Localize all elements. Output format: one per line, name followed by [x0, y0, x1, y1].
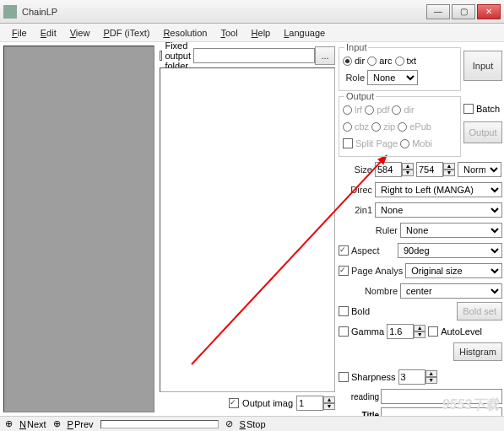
page-analys-label: Page Analys — [351, 266, 403, 276]
radio-cbz[interactable] — [343, 122, 352, 132]
minimize-button[interactable]: — — [426, 4, 450, 19]
size-w-spinner[interactable]: ▲▼ — [375, 162, 414, 177]
menubar: File Edit View PDF (iText) Resolution To… — [0, 24, 504, 42]
main-area: Fixed output folder ... Output imag ▲▼ I… — [0, 42, 504, 416]
nombre-select[interactable]: center — [400, 283, 502, 299]
menu-file[interactable]: File — [5, 26, 34, 40]
direc-label: Direc — [339, 185, 372, 195]
size-mode[interactable]: Normal — [458, 162, 501, 177]
stop-icon[interactable]: ⊘ — [225, 418, 233, 429]
next-button[interactable]: NNext — [19, 419, 46, 429]
gamma-checkbox[interactable] — [339, 326, 349, 337]
menu-resolution[interactable]: Resolution — [156, 26, 214, 40]
role-select[interactable]: None — [367, 70, 418, 85]
browse-button[interactable]: ... — [315, 46, 335, 65]
output-button[interactable]: Output — [463, 121, 502, 143]
menu-view[interactable]: View — [63, 26, 97, 40]
gamma-value[interactable] — [387, 324, 414, 339]
role-label: Role — [343, 73, 365, 83]
radio-dir[interactable] — [343, 57, 352, 66]
input-group: Input dir arc txt Role None — [339, 47, 461, 91]
input-button[interactable]: Input — [463, 51, 502, 81]
histgram-button[interactable]: Histgram — [453, 342, 502, 361]
radio-pdf[interactable] — [365, 105, 374, 115]
expand-icon[interactable]: ⊕ — [5, 418, 13, 429]
autolevel-label: AutoLevel — [441, 326, 482, 337]
menu-help[interactable]: Help — [245, 26, 278, 40]
reading1-field[interactable] — [381, 389, 502, 404]
size-h[interactable] — [416, 162, 443, 177]
2in1-label: 2in1 — [339, 205, 372, 215]
preview-pane[interactable] — [3, 46, 154, 412]
titlebar: ChainLP — ▢ ✕ — [0, 0, 504, 24]
batch-checkbox[interactable] — [463, 104, 474, 114]
split-page-checkbox[interactable] — [343, 138, 353, 148]
statusbar: ⊕ NNext ⊕ PPrev ⊘ SStop — [0, 416, 504, 431]
prev-icon[interactable]: ⊕ — [53, 418, 61, 429]
batch-label: Batch — [476, 104, 500, 114]
right-panel: Input dir arc txt Role None Input Output… — [337, 42, 504, 416]
menu-edit[interactable]: Edit — [34, 26, 63, 40]
reading1-label: reading — [339, 392, 379, 401]
center-pane: Fixed output folder ... Output imag ▲▼ — [158, 46, 337, 412]
stop-button[interactable]: SStop — [240, 419, 266, 429]
app-icon — [3, 5, 17, 19]
output-imag-label: Output imag — [242, 398, 293, 408]
radio-outdir[interactable] — [392, 105, 401, 115]
file-list[interactable] — [160, 67, 335, 392]
output-imag-value[interactable] — [296, 396, 323, 411]
page-analys-select[interactable]: Original size — [405, 263, 502, 278]
direc-select[interactable]: Right to Left (MANGA) — [375, 182, 502, 197]
menu-tool[interactable]: Tool — [214, 26, 244, 40]
aspect-select[interactable]: 90deg — [398, 243, 502, 258]
output-imag-spinner[interactable]: ▲▼ — [296, 396, 335, 411]
sharpness-value[interactable] — [398, 369, 425, 385]
ruler-select[interactable]: None — [400, 223, 502, 238]
maximize-button[interactable]: ▢ — [452, 4, 475, 19]
2in1-select[interactable]: None — [375, 202, 502, 218]
aspect-checkbox[interactable] — [339, 245, 349, 256]
window-title: ChainLP — [22, 7, 425, 17]
menu-pdf[interactable]: PDF (iText) — [96, 26, 156, 40]
aspect-label: Aspect — [351, 245, 395, 256]
fixed-output-checkbox[interactable] — [160, 51, 162, 61]
sharpness-checkbox[interactable] — [339, 372, 349, 382]
bold-set-button[interactable]: Bold set — [457, 302, 502, 321]
output-group: Output lrf pdf dir cbz zip ePub Split Pa… — [339, 96, 461, 157]
radio-mobi[interactable] — [400, 139, 409, 148]
fixed-output-field[interactable] — [193, 48, 315, 63]
prev-button[interactable]: PPrev — [68, 419, 94, 429]
output-legend: Output — [344, 91, 376, 101]
close-button[interactable]: ✕ — [477, 4, 501, 19]
size-w[interactable] — [375, 162, 402, 177]
bold-label: Bold — [351, 306, 454, 316]
size-h-spinner[interactable]: ▲▼ — [416, 162, 455, 177]
radio-zip[interactable] — [371, 122, 381, 132]
window-buttons: — ▢ ✕ — [425, 4, 501, 19]
radio-epub[interactable] — [398, 122, 407, 132]
spin-up[interactable]: ▲ — [323, 396, 335, 403]
ruler-label: Ruler — [339, 225, 398, 235]
bold-checkbox[interactable] — [339, 306, 349, 316]
radio-txt[interactable] — [395, 57, 404, 66]
output-imag-checkbox[interactable] — [229, 398, 239, 408]
progress-bar — [100, 420, 219, 428]
gamma-label: Gamma — [351, 326, 384, 337]
fixed-output-label: Fixed output folder — [165, 40, 191, 71]
sharpness-label: Sharpness — [351, 372, 396, 382]
input-legend: Input — [344, 42, 368, 52]
radio-arc[interactable] — [367, 57, 377, 66]
radio-lrf[interactable] — [343, 105, 352, 115]
spin-down[interactable]: ▼ — [323, 403, 335, 410]
size-label: Size — [339, 164, 372, 175]
page-analys-checkbox[interactable] — [339, 266, 349, 276]
nombre-label: Nombre — [339, 286, 398, 296]
menu-language[interactable]: Language — [277, 26, 332, 40]
autolevel-checkbox[interactable] — [428, 326, 438, 337]
